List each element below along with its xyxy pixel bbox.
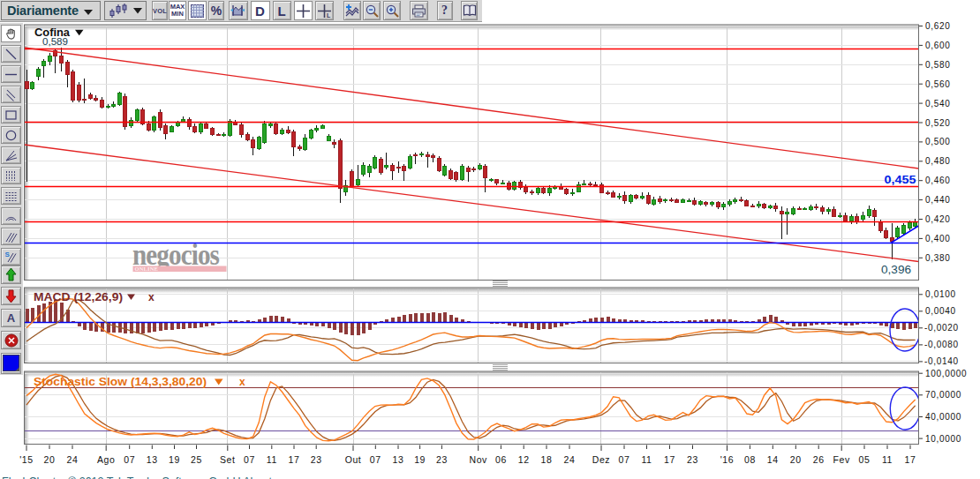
svg-text:17: 17 [905,454,916,465]
svg-text:0,600: 0,600 [925,41,951,50]
svg-text:06: 06 [495,454,507,465]
svg-text:17: 17 [664,454,675,465]
svg-text:14: 14 [767,454,779,465]
svg-text:-0,0020: -0,0020 [924,323,959,333]
svg-text:40,0000: 40,0000 [925,412,961,422]
svg-text:'16: '16 [720,454,734,465]
svg-text:0,460: 0,460 [925,176,951,185]
svg-text:08: 08 [744,454,756,465]
svg-text:24: 24 [67,454,79,465]
svg-text:'15: '15 [19,454,33,465]
svg-text:07: 07 [124,454,135,465]
svg-text:Dez: Dez [592,454,610,465]
svg-text:20: 20 [44,454,56,465]
svg-text:20: 20 [790,454,802,465]
svg-text:Out: Out [345,454,362,465]
svg-text:11: 11 [267,454,277,465]
svg-text:Nov: Nov [469,454,487,465]
svg-text:-0,0080: -0,0080 [924,340,959,349]
svg-text:70,0000: 70,0000 [925,390,961,400]
svg-text:0,440: 0,440 [925,195,951,205]
svg-text:Stochastic Slow (14,3,3,80,20): Stochastic Slow (14,3,3,80,20) [34,376,207,388]
svg-text:18: 18 [541,454,553,465]
svg-text:ONLINE: ONLINE [135,266,158,272]
svg-text:0,420: 0,420 [925,214,951,224]
svg-text:13: 13 [393,454,404,465]
svg-text:11: 11 [882,454,893,465]
svg-text:12: 12 [518,454,530,465]
svg-text:05: 05 [859,454,871,465]
svg-text:10,0000: 10,0000 [925,434,961,444]
svg-text:25: 25 [191,454,202,465]
svg-text:17: 17 [289,454,300,465]
svg-text:07: 07 [370,454,381,465]
svg-text:MACD (12,26,9): MACD (12,26,9) [34,291,123,303]
svg-text:Ago: Ago [97,454,115,465]
svg-text:0,580: 0,580 [925,60,951,70]
svg-text:0,380: 0,380 [925,253,951,263]
svg-text:0,400: 0,400 [925,234,951,243]
svg-text:0,520: 0,520 [925,118,951,128]
svg-text:Set: Set [220,454,236,465]
svg-text:23: 23 [436,454,448,465]
svg-text:0,500: 0,500 [925,137,951,146]
svg-text:0,480: 0,480 [925,156,951,166]
svg-text:0,540: 0,540 [925,99,951,109]
svg-text:24: 24 [564,454,576,465]
svg-text:0,620: 0,620 [925,21,951,31]
svg-text:x: x [239,376,245,388]
svg-text:-0,0140: -0,0140 [924,356,959,366]
svg-text:0,589: 0,589 [42,36,68,47]
svg-text:19: 19 [169,454,180,465]
svg-text:S: S [5,251,11,258]
svg-text:0,455: 0,455 [885,174,916,186]
svg-text:13: 13 [147,454,158,465]
svg-text:L: L [327,12,331,19]
svg-text:19: 19 [414,454,426,465]
svg-text:0,396: 0,396 [881,264,911,276]
svg-text:100,0000: 100,0000 [925,369,967,378]
svg-text:07: 07 [244,454,255,465]
svg-text:x: x [148,291,155,303]
svg-text:23: 23 [311,454,322,465]
svg-text:11: 11 [641,454,652,465]
svg-text:26: 26 [813,454,825,465]
svg-text:23: 23 [687,454,698,465]
svg-text:0,0040: 0,0040 [925,306,956,316]
svg-text:0,560: 0,560 [925,79,951,89]
svg-text:07: 07 [619,454,630,465]
svg-text:0,0100: 0,0100 [925,289,956,299]
svg-text:Fev: Fev [833,454,850,465]
